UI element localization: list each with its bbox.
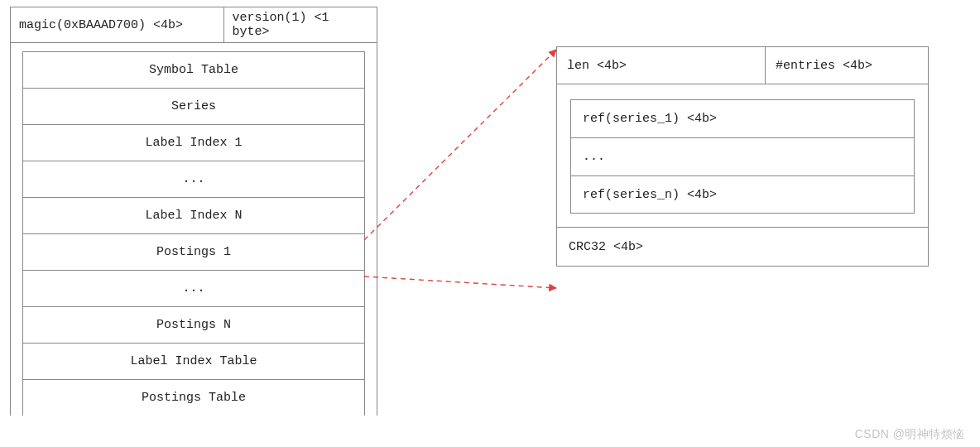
index-section-row: Symbol Table [22, 51, 365, 88]
index-header-row: magic(0xBAAAD700) <4b> version(1) <1 byt… [10, 7, 377, 43]
index-section-row: Label Index 1 [22, 124, 365, 161]
index-section-row: ... [22, 161, 365, 197]
series-ref-row: ... [570, 137, 915, 175]
index-section-row: Postings Table [22, 379, 365, 416]
postings-body: ref(series_1) <4b>...ref(series_n) <4b> … [556, 84, 929, 267]
entries-field: #entries <4b> [765, 46, 929, 84]
crc32-field: CRC32 <4b> [557, 227, 928, 266]
index-section-row: Label Index Table [22, 343, 365, 379]
series-ref-row: ref(series_1) <4b> [570, 99, 915, 137]
magic-field: magic(0xBAAAD700) <4b> [10, 7, 223, 43]
series-ref-row: ref(series_n) <4b> [570, 175, 915, 214]
svg-line-0 [364, 50, 556, 240]
watermark: CSDN @明神特烦恼 [855, 427, 965, 442]
index-section-row: Series [22, 88, 365, 124]
postings-header-row: len <4b> #entries <4b> [556, 46, 929, 84]
version-field: version(1) <1 byte> [223, 7, 377, 43]
len-field: len <4b> [556, 46, 765, 84]
index-section-row: Postings N [22, 306, 365, 343]
index-section-row: Postings 1 [22, 233, 365, 270]
svg-line-1 [364, 276, 556, 288]
index-section-row: Label Index N [22, 197, 365, 233]
postings-entry-layout: len <4b> #entries <4b> ref(series_1) <4b… [556, 46, 929, 267]
index-body: Symbol TableSeriesLabel Index 1...Label … [10, 43, 377, 416]
index-file-layout: magic(0xBAAAD700) <4b> version(1) <1 byt… [10, 7, 377, 416]
index-section-row: ... [22, 270, 365, 306]
